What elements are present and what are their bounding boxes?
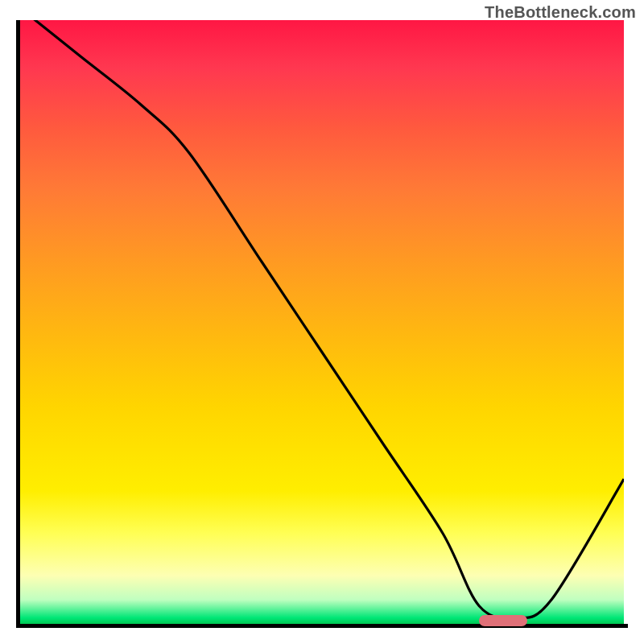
optimal-marker (479, 615, 527, 626)
watermark-text: TheBottleneck.com (485, 3, 636, 22)
bottleneck-curve (20, 20, 624, 624)
chart-container: TheBottleneck.com (0, 0, 644, 644)
plot-area (20, 20, 624, 624)
x-axis (16, 624, 628, 628)
